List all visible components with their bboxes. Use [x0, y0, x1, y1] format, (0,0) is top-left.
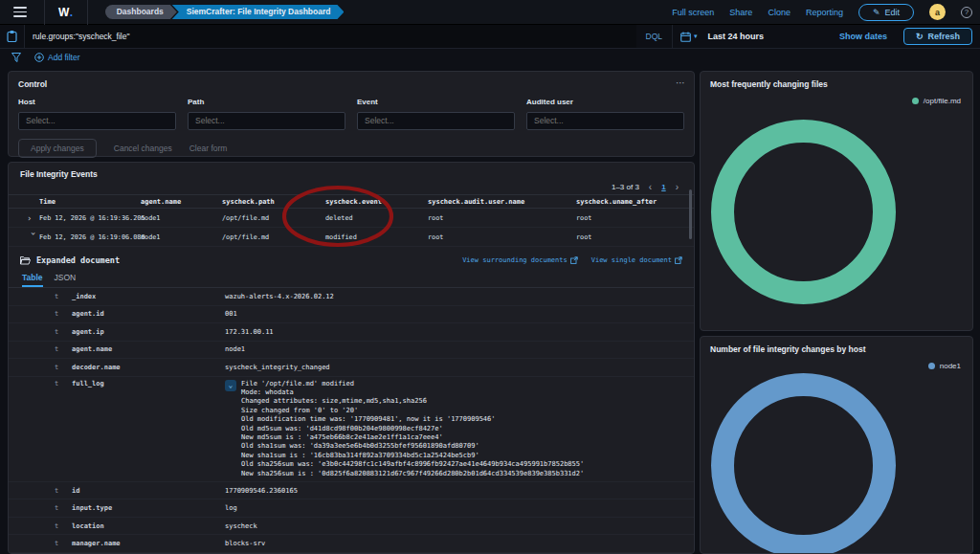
show-dates-link[interactable]: Show dates [839, 32, 887, 41]
calendar-icon [680, 32, 691, 42]
table-row[interactable]: › Feb 12, 2026 @ 16:19:06.080 node1 /opt… [9, 228, 694, 247]
col-syscheck-event[interactable]: syscheck.event [325, 198, 428, 206]
field-name: input.type [72, 504, 225, 512]
field-value: syscheck_integrity_changed [225, 364, 694, 371]
reporting-link[interactable]: Reporting [806, 8, 843, 17]
pagination: 1–3 of 3 ‹ 1 › [9, 179, 694, 194]
external-link-icon [570, 256, 578, 264]
apply-changes-button[interactable]: Apply changes [18, 139, 97, 158]
pagination-page-1[interactable]: 1 [661, 183, 665, 191]
changes-by-host-panel: Number of file integrity changes by host… [700, 336, 973, 554]
event-select[interactable] [357, 112, 515, 130]
path-select[interactable] [188, 112, 345, 130]
field-row: t location syscheck [9, 518, 694, 536]
pagination-range: 1–3 of 3 [612, 183, 639, 191]
scrollbar-thumb[interactable] [689, 189, 692, 239]
query-language-selector[interactable]: DQL [636, 32, 672, 41]
audited-user-select[interactable] [526, 112, 684, 130]
field-type-icon: t [55, 380, 72, 388]
panel-menu-icon[interactable]: ⋯ [676, 78, 686, 88]
chart-title: Most frequently changing files [710, 79, 963, 89]
field-name: agent.ip [72, 328, 225, 336]
add-filter-link[interactable]: Add filter [34, 53, 80, 62]
collapse-value-icon[interactable]: ⌄ [225, 380, 236, 391]
file-integrity-events-panel: File Integrity Events 1–3 of 3 ‹ 1 › Tim… [8, 162, 695, 554]
breadcrumb-current-dashboard[interactable]: SiemCrafter: File Integrity Dashboard [172, 5, 345, 19]
cell-uname-after: root [576, 233, 694, 241]
path-field: Path [188, 98, 345, 130]
cell-time: Feb 12, 2026 @ 16:19:06.080 [39, 233, 141, 241]
edit-button[interactable]: ✎ Edit [858, 4, 914, 21]
pagination-next-icon[interactable]: › [676, 182, 679, 192]
field-name: manager.name [72, 540, 225, 547]
donut-chart-hosts[interactable] [711, 373, 896, 554]
field-value: node1 [225, 345, 694, 353]
cell-audit-user: root [428, 233, 576, 241]
field-row: t agent.ip 172.31.00.11 [9, 323, 694, 342]
calendar-dropdown[interactable]: ▾ [680, 32, 698, 42]
field-value: 1770909546.2360165 [225, 487, 694, 495]
cancel-changes-button[interactable]: Cancel changes [114, 144, 172, 153]
folder-open-icon [20, 255, 31, 265]
help-icon[interactable]: ? [961, 7, 972, 18]
menu-icon[interactable] [13, 7, 27, 16]
field-row: t id 1770909546.2360165 [9, 482, 694, 500]
path-label: Path [188, 98, 345, 106]
col-audit-user-name[interactable]: syscheck.audit.user.name [428, 198, 576, 206]
cell-event: modified [325, 233, 428, 241]
event-field: Event [357, 98, 515, 130]
field-value: blocks-srv [225, 540, 694, 547]
audited-user-field: Audited user [526, 98, 684, 130]
wazuh-logo[interactable]: W. [53, 6, 79, 19]
most-frequently-changing-files-panel: Most frequently changing files /opt/file… [700, 71, 973, 331]
col-agent-name[interactable]: agent.name [141, 198, 222, 206]
field-type-icon: t [55, 487, 72, 495]
time-range-value[interactable]: Last 24 hours [708, 32, 765, 41]
host-field: Host [18, 98, 176, 130]
breadcrumb-dashboards[interactable]: Dashboards [105, 5, 177, 19]
events-table-header: Time agent.name syscheck.path syscheck.e… [9, 194, 694, 209]
control-fields: Host Path Event Audited user [18, 98, 684, 130]
chart-legend[interactable]: /opt/file.md [710, 97, 963, 105]
field-type-icon: t [55, 293, 72, 300]
clear-form-button[interactable]: Clear form [189, 144, 228, 153]
filter-funnel-icon[interactable] [11, 53, 21, 62]
field-type-icon: t [55, 310, 72, 318]
avatar[interactable]: a [929, 4, 946, 20]
external-link-icon [675, 256, 682, 264]
legend-label: /opt/file.md [924, 97, 961, 105]
donut-chart-files[interactable] [711, 120, 896, 304]
saved-query-icon[interactable] [0, 25, 25, 48]
tab-json[interactable]: JSON [55, 273, 77, 287]
field-value: 172.31.00.11 [225, 328, 694, 336]
full-screen-link[interactable]: Full screen [672, 8, 714, 17]
field-value: log [225, 504, 694, 512]
col-uname-after[interactable]: syscheck.uname_after [576, 198, 694, 206]
collapse-row-icon[interactable]: › [29, 231, 38, 243]
legend-label: node1 [940, 362, 961, 370]
field-row: t agent.name node1 [9, 342, 694, 360]
host-select[interactable] [18, 112, 176, 130]
expand-row-icon[interactable]: › [20, 213, 39, 223]
view-single-document-link[interactable]: View single document [591, 256, 682, 264]
filter-bar: Add filter [0, 49, 980, 66]
share-link[interactable]: Share [729, 8, 752, 17]
chart-legend[interactable]: node1 [710, 362, 963, 370]
view-surrounding-documents-link[interactable]: View surrounding documents [462, 256, 578, 264]
pagination-prev-icon[interactable]: ‹ [649, 182, 652, 192]
pencil-icon: ✎ [873, 8, 880, 17]
tab-table[interactable]: Table [22, 273, 43, 287]
field-type-icon: t [55, 522, 72, 530]
cell-uname-after: root [576, 214, 694, 222]
table-row[interactable]: › Feb 12, 2026 @ 16:19:36.205 node1 /opt… [9, 209, 694, 228]
full-log-value: File '/opt/file.md' modified Mode: whoda… [241, 380, 584, 478]
field-name: decoder.name [72, 364, 225, 371]
col-time[interactable]: Time [39, 198, 141, 206]
clone-link[interactable]: Clone [768, 8, 791, 17]
search-query-input[interactable]: rule.groups:"syscheck_file" [25, 25, 636, 48]
time-range-section: ▾ Last 24 hours Show dates ↻ Refresh [672, 25, 980, 48]
field-name: agent.name [72, 345, 225, 353]
col-syscheck-path[interactable]: syscheck.path [222, 198, 325, 206]
cell-time: Feb 12, 2026 @ 16:19:36.205 [39, 214, 141, 222]
refresh-button[interactable]: ↻ Refresh [903, 28, 972, 45]
